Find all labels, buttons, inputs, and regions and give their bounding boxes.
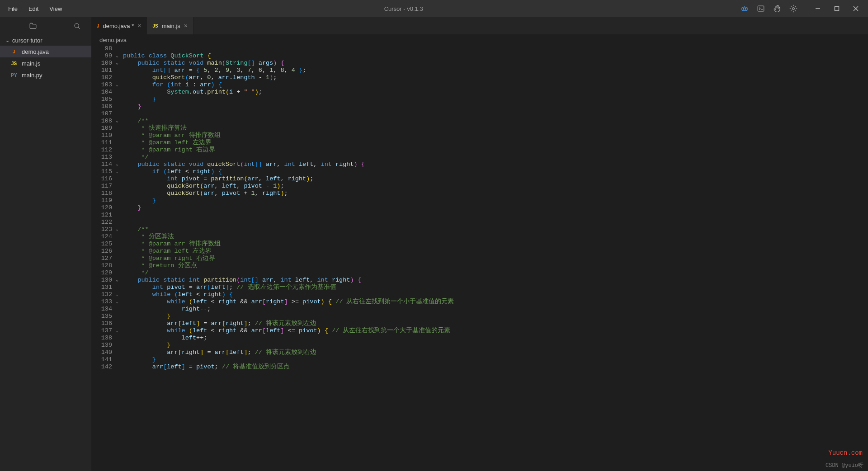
svg-point-11 [75, 24, 79, 28]
fold-gutter[interactable]: ⌄⌄⌄⌄⌄⌄⌄⌄⌄⌄⌄ [116, 45, 123, 471]
folder-header[interactable]: ⌄ cursor-tutor [0, 35, 91, 46]
tab-main-js[interactable]: JSmain.js× [147, 17, 193, 34]
watermark-yuucn: Yuucn.com [828, 449, 863, 457]
editor-area: Jdemo.java *×JSmain.js× demo.java 989910… [91, 17, 868, 471]
minimize-icon[interactable] [814, 5, 822, 13]
tab-close-icon[interactable]: × [137, 22, 141, 29]
tab-lang-icon: J [97, 24, 99, 28]
svg-point-6 [793, 8, 795, 10]
tab-close-icon[interactable]: × [184, 22, 188, 29]
watermark-csdn: CSDN @yuio呀 [826, 462, 863, 469]
file-item-demo-java[interactable]: Jdemo.java [0, 46, 91, 57]
svg-point-1 [743, 9, 744, 9]
tab-demo-java--[interactable]: Jdemo.java *× [91, 17, 147, 34]
close-icon[interactable] [852, 5, 860, 13]
file-lang-icon: JS [10, 61, 18, 66]
settings-icon[interactable] [789, 5, 797, 13]
window-title: Cursor - v0.1.3 [66, 5, 741, 12]
svg-line-12 [78, 27, 80, 29]
titlebar: File Edit View Cursor - v0.1.3 [0, 0, 868, 17]
line-gutter: 9899100101102103104105106107108109110111… [91, 45, 116, 471]
copilot-icon[interactable] [741, 5, 749, 13]
file-lang-icon: PY [10, 73, 18, 78]
file-name: main.js [22, 60, 40, 67]
tab-label: main.js [162, 23, 180, 29]
menu-file[interactable]: File [4, 3, 22, 15]
menu-bar: File Edit View [4, 3, 66, 15]
sidebar: ⌄ cursor-tutor Jdemo.javaJSmain.jsPYmain… [0, 17, 91, 471]
folder-icon[interactable] [29, 22, 37, 30]
menu-view[interactable]: View [45, 3, 66, 15]
file-name: main.py [22, 72, 42, 79]
code-editor[interactable]: 9899100101102103104105106107108109110111… [91, 45, 868, 471]
chevron-down-icon: ⌄ [5, 38, 9, 43]
search-icon[interactable] [73, 22, 81, 30]
file-item-main-py[interactable]: PYmain.py [0, 69, 91, 81]
tab-lang-icon: JS [152, 24, 158, 28]
svg-rect-5 [758, 6, 764, 11]
file-item-main-js[interactable]: JSmain.js [0, 57, 91, 69]
terminal-icon[interactable] [757, 5, 765, 13]
file-lang-icon: J [10, 49, 18, 54]
tab-label: demo.java * [103, 23, 134, 29]
folder-name: cursor-tutor [12, 37, 42, 44]
svg-rect-0 [742, 7, 747, 11]
hand-icon[interactable] [773, 5, 781, 13]
code-content[interactable]: public class QuickSort { public static v… [123, 45, 868, 471]
tab-bar: Jdemo.java *×JSmain.js× [91, 17, 868, 34]
menu-edit[interactable]: Edit [24, 3, 43, 15]
maximize-icon[interactable] [833, 5, 841, 13]
breadcrumb[interactable]: demo.java [91, 34, 868, 45]
file-name: demo.java [22, 48, 49, 55]
svg-point-2 [745, 9, 746, 9]
svg-rect-8 [835, 7, 839, 11]
